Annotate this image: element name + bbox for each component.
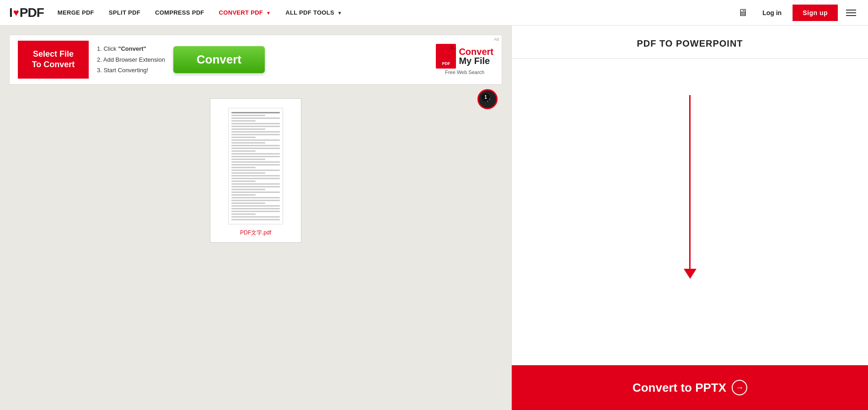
- preview-line: [231, 117, 280, 119]
- preview-line: [231, 164, 280, 165]
- ad-step-2: 2. Add Browser Extension: [97, 54, 165, 65]
- logo[interactable]: I ♥ PDF: [9, 5, 44, 20]
- chevron-down-icon: ▼: [266, 11, 271, 16]
- nav-right: 🖥 Log in Sign up: [738, 5, 859, 21]
- logo-i: I: [9, 5, 12, 20]
- preview-line: [231, 156, 280, 157]
- arrow-line: [689, 95, 691, 269]
- right-panel: PDF TO POWERPOINT Convert to PPTX →: [511, 26, 868, 410]
- chevron-down-icon: ▼: [338, 11, 342, 16]
- preview-line: [231, 153, 280, 154]
- preview-line: [231, 175, 280, 176]
- file-area: 1 +: [0, 85, 511, 256]
- preview-line: [231, 139, 280, 141]
- preview-line: [231, 186, 280, 187]
- ad-logo-text: Convert My File: [459, 47, 493, 65]
- menu-line: [846, 15, 856, 16]
- preview-line: [231, 192, 280, 193]
- preview-line: [231, 123, 280, 124]
- preview-line: [231, 131, 280, 133]
- select-file-button[interactable]: Select File To Convert: [18, 41, 89, 79]
- preview-line: [231, 200, 280, 201]
- menu-line: [846, 12, 856, 13]
- pdf-icon: [436, 44, 456, 69]
- preview-line: [231, 112, 280, 113]
- panel-body: [512, 59, 868, 365]
- file-name: PDF文字.pdf: [240, 229, 271, 237]
- preview-line: [231, 194, 256, 196]
- signup-button[interactable]: Sign up: [793, 5, 838, 21]
- preview-line: [231, 170, 280, 171]
- ad-logo-text-area: Convert My File: [459, 47, 493, 65]
- arrow-head: [684, 269, 697, 279]
- preview-line: [231, 134, 280, 135]
- add-more-button[interactable]: 1 +: [477, 89, 498, 109]
- monitor-icon[interactable]: 🖥: [738, 7, 748, 19]
- preview-line: [231, 137, 256, 138]
- nav-convert-pdf[interactable]: CONVERT PDF ▼: [219, 9, 271, 16]
- preview-line: [231, 197, 280, 198]
- preview-line: [231, 216, 280, 218]
- preview-line: [231, 120, 256, 122]
- preview-line: [231, 128, 265, 130]
- preview-line: [231, 172, 265, 174]
- logo-pdf: PDF: [20, 5, 44, 20]
- preview-line: [231, 181, 256, 182]
- panel-title: PDF TO POWERPOINT: [512, 26, 868, 59]
- nav-links: MERGE PDF SPLIT PDF COMPRESS PDF CONVERT…: [58, 9, 738, 16]
- menu-line: [846, 10, 856, 11]
- preview-line: [231, 142, 265, 144]
- main-layout: Ad Select File To Convert 1. Click "Conv…: [0, 26, 868, 410]
- ad-logo-area[interactable]: Convert My File Free Web Search: [436, 44, 493, 75]
- preview-line: [231, 202, 265, 204]
- preview-line: [231, 167, 256, 168]
- preview-line: [231, 189, 265, 190]
- file-preview: [228, 108, 283, 224]
- preview-line: [231, 178, 280, 179]
- preview-line: [231, 205, 280, 207]
- preview-line: [231, 150, 256, 152]
- nav-merge-pdf[interactable]: MERGE PDF: [58, 9, 94, 16]
- ad-logo-image: Convert My File: [436, 44, 493, 69]
- circle-arrow-icon: →: [732, 380, 747, 395]
- login-button[interactable]: Log in: [757, 6, 787, 19]
- nav-all-tools[interactable]: ALL PDF TOOLS ▼: [285, 9, 342, 16]
- preview-line: [231, 213, 256, 215]
- preview-line: [231, 211, 280, 212]
- preview-line: [231, 159, 265, 160]
- ad-steps: 1. Click "Convert" 2. Add Browser Extens…: [97, 43, 165, 75]
- logo-heart-icon: ♥: [13, 7, 19, 19]
- nav-compress-pdf[interactable]: COMPRESS PDF: [155, 9, 204, 16]
- ad-marker: Ad: [494, 37, 499, 42]
- preview-line: [231, 145, 280, 146]
- preview-line: [231, 126, 280, 127]
- navbar: I ♥ PDF MERGE PDF SPLIT PDF COMPRESS PDF…: [0, 0, 868, 26]
- file-card[interactable]: PDF文字.pdf: [210, 98, 301, 243]
- ad-step-1: 1. Click "Convert": [97, 43, 165, 54]
- file-count-badge: 1: [482, 93, 490, 101]
- preview-line: [231, 208, 280, 209]
- convert-pptx-button[interactable]: Convert to PPTX →: [512, 365, 868, 410]
- ad-step-3: 3. Start Converting!: [97, 65, 165, 75]
- arrow-down-indicator: [684, 95, 697, 279]
- preview-line: [231, 219, 280, 220]
- ad-convert-button[interactable]: Convert: [173, 46, 265, 73]
- preview-line: [231, 183, 280, 185]
- menu-button[interactable]: [843, 7, 859, 19]
- ad-banner: Ad Select File To Convert 1. Click "Conv…: [9, 35, 502, 85]
- preview-line: [231, 161, 280, 163]
- preview-line: [231, 148, 280, 149]
- content-area: Ad Select File To Convert 1. Click "Conv…: [0, 26, 511, 410]
- preview-line: [231, 115, 265, 116]
- ad-sub-text: Free Web Search: [445, 69, 484, 75]
- nav-split-pdf[interactable]: SPLIT PDF: [109, 9, 140, 16]
